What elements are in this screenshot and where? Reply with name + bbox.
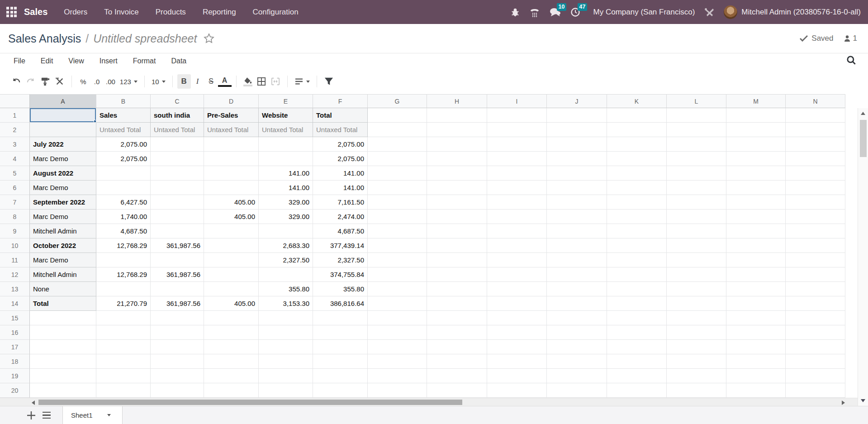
cell-B4[interactable]: 2,075.00 <box>96 152 151 166</box>
cell-A6[interactable]: Marc Demo <box>30 181 96 195</box>
cell-D12[interactable] <box>204 267 259 282</box>
spreadsheet-title[interactable]: Untitled spreadsheet <box>93 32 197 45</box>
app-name[interactable]: Sales <box>24 7 47 17</box>
cell-K7[interactable] <box>607 195 667 210</box>
cell-J5[interactable] <box>547 166 607 181</box>
cell-J9[interactable] <box>547 224 607 238</box>
cell-L6[interactable] <box>667 181 726 195</box>
cell-H9[interactable] <box>427 224 487 238</box>
add-sheet-button[interactable] <box>24 406 39 424</box>
cell-M18[interactable] <box>726 354 786 369</box>
nav-orders[interactable]: Orders <box>64 8 87 17</box>
cell-H14[interactable] <box>427 296 487 311</box>
cell-G7[interactable] <box>368 195 427 210</box>
cell-H10[interactable] <box>427 238 487 253</box>
cell-N12[interactable] <box>786 267 845 282</box>
cell-G11[interactable] <box>368 253 427 267</box>
cell-G12[interactable] <box>368 267 427 282</box>
format-percent-button[interactable]: % <box>76 74 90 89</box>
cell-H17[interactable] <box>427 340 487 354</box>
cell-B14[interactable]: 21,270.79 <box>96 296 151 311</box>
clear-format-button[interactable] <box>52 74 67 89</box>
cell-I11[interactable] <box>487 253 547 267</box>
cell-I18[interactable] <box>487 354 547 369</box>
cell-L1[interactable] <box>667 108 726 123</box>
cell-G1[interactable] <box>368 108 427 123</box>
cell-M14[interactable] <box>726 296 786 311</box>
cell-E6[interactable]: 141.00 <box>259 181 313 195</box>
row-header-13[interactable]: 13 <box>0 282 30 296</box>
borders-button[interactable] <box>255 74 268 89</box>
cell-E8[interactable]: 329.00 <box>259 210 313 224</box>
cell-N14[interactable] <box>786 296 845 311</box>
cell-E17[interactable] <box>259 340 313 354</box>
cell-G10[interactable] <box>368 238 427 253</box>
cell-C19[interactable] <box>151 369 204 383</box>
horizontal-align-menu[interactable] <box>292 74 312 89</box>
cell-C2[interactable]: Untaxed Total <box>151 123 204 137</box>
cell-E3[interactable] <box>259 137 313 152</box>
cell-B17[interactable] <box>96 340 151 354</box>
menu-insert[interactable]: Insert <box>100 57 118 65</box>
cell-A4[interactable]: Marc Demo <box>30 152 96 166</box>
user-menu[interactable]: Mitchell Admin (20380576-16-0-all) <box>724 5 861 19</box>
cell-H13[interactable] <box>427 282 487 296</box>
cell-H16[interactable] <box>427 325 487 340</box>
cell-A14[interactable]: Total <box>30 296 96 311</box>
cell-I9[interactable] <box>487 224 547 238</box>
row-header-3[interactable]: 3 <box>0 137 30 152</box>
cell-C17[interactable] <box>151 340 204 354</box>
column-header-M[interactable]: M <box>726 94 786 108</box>
cell-C9[interactable] <box>151 224 204 238</box>
cell-J14[interactable] <box>547 296 607 311</box>
menu-format[interactable]: Format <box>133 57 156 65</box>
cell-I6[interactable] <box>487 181 547 195</box>
column-header-B[interactable]: B <box>96 94 151 108</box>
cell-D15[interactable] <box>204 311 259 325</box>
cell-J1[interactable] <box>547 108 607 123</box>
cell-K13[interactable] <box>607 282 667 296</box>
cell-H6[interactable] <box>427 181 487 195</box>
menu-file[interactable]: File <box>14 57 25 65</box>
cell-M7[interactable] <box>726 195 786 210</box>
cell-F18[interactable] <box>313 354 368 369</box>
cell-J10[interactable] <box>547 238 607 253</box>
cell-E11[interactable]: 2,327.50 <box>259 253 313 267</box>
cell-I13[interactable] <box>487 282 547 296</box>
cell-I1[interactable] <box>487 108 547 123</box>
vertical-scrollbar-thumb[interactable] <box>860 120 867 157</box>
cell-L11[interactable] <box>667 253 726 267</box>
cell-L16[interactable] <box>667 325 726 340</box>
cell-L7[interactable] <box>667 195 726 210</box>
cell-I5[interactable] <box>487 166 547 181</box>
cell-A12[interactable]: Mitchell Admin <box>30 267 96 282</box>
cell-K14[interactable] <box>607 296 667 311</box>
cell-M4[interactable] <box>726 152 786 166</box>
cell-H12[interactable] <box>427 267 487 282</box>
cell-D3[interactable] <box>204 137 259 152</box>
row-header-7[interactable]: 7 <box>0 195 30 210</box>
cell-D14[interactable]: 405.00 <box>204 296 259 311</box>
cell-E10[interactable]: 2,683.30 <box>259 238 313 253</box>
horizontal-scrollbar[interactable] <box>0 398 858 406</box>
cell-D17[interactable] <box>204 340 259 354</box>
cell-K18[interactable] <box>607 354 667 369</box>
fill-color-button[interactable] <box>241 74 255 89</box>
row-header-16[interactable]: 16 <box>0 325 30 340</box>
cell-J16[interactable] <box>547 325 607 340</box>
cell-H1[interactable] <box>427 108 487 123</box>
row-header-12[interactable]: 12 <box>0 267 30 282</box>
cell-B11[interactable] <box>96 253 151 267</box>
cell-G6[interactable] <box>368 181 427 195</box>
number-format-menu[interactable]: 123 <box>118 74 140 89</box>
row-header-1[interactable]: 1 <box>0 108 30 123</box>
cell-J4[interactable] <box>547 152 607 166</box>
cell-I20[interactable] <box>487 383 547 398</box>
cell-B16[interactable] <box>96 325 151 340</box>
cell-A19[interactable] <box>30 369 96 383</box>
cell-F16[interactable] <box>313 325 368 340</box>
cell-L3[interactable] <box>667 137 726 152</box>
cell-F20[interactable] <box>313 383 368 398</box>
cell-M12[interactable] <box>726 267 786 282</box>
cell-F5[interactable]: 141.00 <box>313 166 368 181</box>
